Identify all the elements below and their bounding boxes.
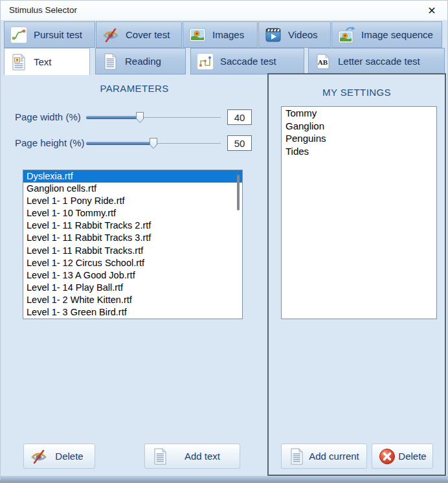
file-list-item[interactable]: Level 1- 3 Green Bird.rtf — [23, 306, 242, 319]
page-width-slider[interactable] — [86, 109, 221, 126]
image-sequence-icon — [337, 26, 355, 44]
reading-document-icon — [101, 52, 119, 71]
page-height-slider[interactable] — [86, 135, 221, 152]
red-x-icon — [378, 447, 396, 466]
document-icon — [287, 447, 306, 466]
tab-label: Image sequence — [361, 29, 433, 40]
tab-label: Saccade test — [220, 56, 276, 67]
file-list-item[interactable]: Level 1- 1 Pony Ride.rtf — [23, 195, 242, 207]
tab-cover-test[interactable]: Cover test — [96, 21, 182, 48]
file-list-item[interactable]: Level 1- 11 Rabbit Tracks 3.rtf — [23, 232, 242, 244]
video-icon — [264, 26, 282, 44]
file-list-item[interactable]: Level 1- 14 Play Ball.rtf — [23, 282, 242, 294]
tab-text[interactable]: Text — [4, 48, 90, 75]
file-list-item[interactable]: Level 1- 11 Rabbit Tracks.rtf — [23, 245, 242, 257]
window-bottom-edge — [1, 476, 447, 481]
button-label: Add text — [169, 451, 240, 462]
file-list-item[interactable]: Level 1- 12 Circus School.rtf — [23, 257, 242, 269]
button-label: Add current — [306, 451, 366, 462]
letter-ab-icon: AB — [314, 52, 332, 71]
tab-videos[interactable]: Videos — [258, 21, 331, 48]
window-title: Stimulus Selector — [9, 5, 77, 15]
page-height-label: Page height (%) — [15, 137, 85, 148]
slider-fill — [86, 116, 140, 119]
tab-label: Pursuit test — [34, 29, 82, 40]
eye-slash-icon — [30, 447, 48, 466]
close-button[interactable]: ✕ — [422, 3, 442, 18]
file-list-item[interactable]: Level 1- 11 Rabbit Tracks 2.rtf — [23, 219, 242, 232]
document-icon — [151, 447, 169, 466]
saccade-icon — [196, 52, 214, 71]
page-height-row: Page height (%) 50 — [1, 135, 260, 152]
page-width-value[interactable]: 40 — [227, 109, 252, 125]
tab-pursuit-test[interactable]: Pursuit test — [4, 21, 95, 48]
my-settings-panel: MY SETTINGS TommyGanglionPenguinsTides — [267, 73, 446, 476]
tab-strip: Pursuit test Cover test Images Videos Im — [1, 20, 447, 75]
text-document-icon — [10, 53, 28, 71]
my-settings-list[interactable]: TommyGanglionPenguinsTides — [281, 106, 437, 319]
my-settings-item[interactable]: Ganglion — [282, 120, 436, 133]
tab-images[interactable]: Images — [183, 21, 258, 48]
file-list-scrollbar[interactable] — [237, 175, 240, 210]
tab-label: Reading — [125, 56, 161, 67]
file-list-item[interactable]: Level 1- 2 White Kitten.rtf — [23, 294, 242, 306]
tab-reading[interactable]: Reading — [95, 48, 186, 74]
page-width-label: Page width (%) — [15, 111, 81, 122]
page-width-row: Page width (%) 40 — [1, 109, 260, 126]
stimulus-selector-dialog: Stimulus Selector ✕ Pursuit test Cover t… — [0, 0, 448, 480]
tab-saccade-test[interactable]: Saccade test — [190, 48, 304, 74]
add-text-button[interactable]: Add text — [144, 444, 240, 469]
tab-label: Cover test — [126, 29, 170, 40]
my-settings-item[interactable]: Penguins — [282, 132, 436, 145]
tab-label: Images — [212, 29, 244, 40]
parameters-title: PARAMETERS — [1, 83, 268, 94]
file-list-item[interactable]: Dyslexia.rtf — [23, 170, 242, 183]
tab-label: Text — [34, 56, 52, 67]
eye-slash-icon — [102, 26, 120, 44]
my-settings-item[interactable]: Tommy — [282, 107, 436, 120]
delete-setting-button[interactable]: Delete — [372, 444, 433, 469]
page-height-value[interactable]: 50 — [227, 135, 252, 151]
file-list-item[interactable]: Ganglion cells.rtf — [23, 183, 242, 195]
svg-text:AB: AB — [318, 58, 328, 66]
picture-icon — [188, 26, 207, 44]
my-settings-title: MY SETTINGS — [269, 87, 445, 98]
slider-thumb[interactable] — [150, 138, 157, 149]
slider-fill — [86, 142, 153, 145]
file-list-item[interactable]: Level 1- 10 Tommy.rtf — [23, 207, 242, 219]
pursuit-icon — [10, 26, 28, 44]
tab-letter-saccade-test[interactable]: AB Letter saccade test — [308, 48, 445, 74]
slider-thumb[interactable] — [136, 112, 144, 123]
tab-label: Videos — [288, 29, 318, 40]
delete-text-button[interactable]: Delete — [23, 444, 95, 469]
title-bar: Stimulus Selector ✕ — [1, 1, 447, 20]
file-list[interactable]: Dyslexia.rtfGanglion cells.rtfLevel 1- 1… — [23, 170, 243, 319]
add-current-button[interactable]: Add current — [281, 444, 367, 469]
tab-label: Letter saccade test — [338, 56, 420, 67]
file-list-item[interactable]: Level 1- 13 A Good Job.rtf — [23, 269, 242, 282]
button-label: Delete — [48, 451, 95, 462]
tab-image-sequence[interactable]: Image sequence — [331, 21, 442, 48]
button-label: Delete — [396, 451, 432, 462]
my-settings-item[interactable]: Tides — [282, 145, 436, 158]
